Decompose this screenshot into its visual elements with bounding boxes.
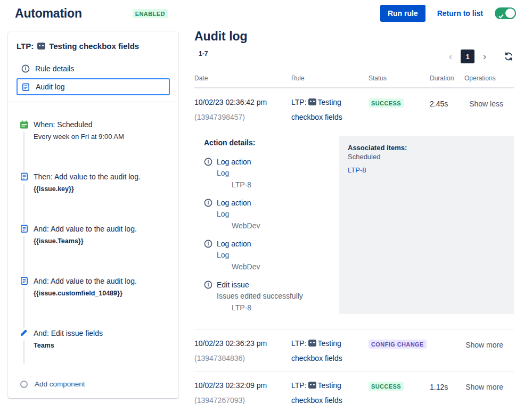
sidebar-item-rule-details[interactable]: Rule details xyxy=(17,60,170,77)
row-rule: LTP:Testing checkbox fields xyxy=(291,378,369,404)
component-title: And: Add value to the audit log. xyxy=(34,276,137,286)
component-then-audit-log[interactable]: Then: Add value to the audit log. {{issu… xyxy=(17,171,170,197)
audit-log-icon xyxy=(19,224,29,236)
component-trigger-scheduled[interactable]: When: Scheduled Every week on Fri at 9:0… xyxy=(17,119,170,145)
associated-items-panel: Associated items: Scheduled LTP-8 xyxy=(339,136,514,314)
show-more-button[interactable]: Show more xyxy=(464,378,514,404)
action-line: Log xyxy=(217,167,251,179)
column-operations: Operations xyxy=(464,75,514,82)
associated-issue-link[interactable]: LTP-8 xyxy=(348,166,505,174)
info-icon xyxy=(204,281,212,289)
rule-name: Testing checkbox fields xyxy=(49,42,139,51)
robot-icon xyxy=(308,382,316,389)
column-date: Date xyxy=(194,75,291,82)
status-badge: CONFIG CHANGE xyxy=(369,340,427,349)
pagination: ‹ 1 › xyxy=(444,50,514,63)
component-title: And: Edit issue fields xyxy=(34,328,103,339)
action-title: Log action xyxy=(217,156,251,167)
status-badge: SUCCESS xyxy=(369,382,404,391)
audit-table-header: Date Rule Status Duration Operations xyxy=(194,70,514,88)
page-title: Automation xyxy=(15,6,82,21)
topbar-actions: Run rule Return to list xyxy=(380,5,516,22)
component-subtitle: Teams xyxy=(34,341,103,350)
row-id: (13947384836) xyxy=(194,351,291,366)
audit-log-icon xyxy=(19,171,29,184)
show-less-button[interactable]: Show less xyxy=(464,95,514,125)
row-date: 10/02/23 02:36:42 pm xyxy=(194,95,291,110)
robot-icon xyxy=(308,98,316,105)
add-component-label: Add component xyxy=(35,380,85,388)
component-subtitle: {{issue.customfield_10489}} xyxy=(34,288,137,298)
audit-log-panel: Audit log 1-7 ‹ 1 › Date Rule Status Dur… xyxy=(194,29,514,404)
robot-icon xyxy=(37,43,45,50)
action-title: Edit issue xyxy=(217,279,303,290)
action-title: Log action xyxy=(217,197,260,208)
component-and-edit-issue[interactable]: And: Edit issue fields Teams xyxy=(17,328,170,353)
return-to-list-link[interactable]: Return to list xyxy=(437,9,483,18)
refresh-icon[interactable] xyxy=(503,51,514,62)
robot-icon xyxy=(308,340,316,347)
component-subtitle: {{issue.key}} xyxy=(34,184,141,194)
add-component-button[interactable]: Add component xyxy=(17,380,170,388)
audit-row: 10/02/23 02:32:09 pm (13947267093) LTP:T… xyxy=(194,371,514,404)
action-item: Edit issue Issues edited successfully LT… xyxy=(204,279,334,314)
rule-key: LTP: xyxy=(17,42,34,51)
rule-title: LTP: Testing checkbox fields xyxy=(17,42,170,51)
action-line: Log xyxy=(217,249,260,261)
audit-log-title: Audit log xyxy=(194,29,514,44)
divider xyxy=(8,102,178,102)
associated-items-heading: Associated items: xyxy=(348,144,505,152)
sidebar-item-label: Audit log xyxy=(36,83,64,91)
action-value: LTP-8 xyxy=(217,302,303,314)
enabled-badge: ENABLED xyxy=(133,9,168,18)
action-line: Log xyxy=(217,208,260,220)
row-date: 10/02/23 02:32:09 pm xyxy=(194,378,291,393)
row-duration xyxy=(430,336,464,366)
action-value: WebDev xyxy=(217,261,260,273)
audit-row: 10/02/23 02:36:23 pm (13947384836) LTP:T… xyxy=(194,329,514,371)
column-status: Status xyxy=(369,75,430,82)
current-page-button[interactable]: 1 xyxy=(461,50,474,63)
action-details-heading: Action details: xyxy=(204,138,334,147)
action-item: Log action Log WebDev xyxy=(204,238,334,273)
rule-sidebar: LTP: Testing checkbox fields Rule detail… xyxy=(8,32,178,398)
prev-page-button[interactable]: ‹ xyxy=(444,50,457,63)
component-and-audit-log[interactable]: And: Add value to the audit log. {{issue… xyxy=(17,276,170,301)
component-title: Then: Add value to the audit log. xyxy=(34,171,141,182)
row-rule: LTP:Testing checkbox fields xyxy=(291,95,369,125)
rule-component-chain: When: Scheduled Every week on Fri at 9:0… xyxy=(17,119,170,388)
sidebar-item-audit-log[interactable]: Audit log xyxy=(17,78,170,95)
action-title: Log action xyxy=(217,238,260,249)
rule-enabled-toggle[interactable] xyxy=(495,7,516,19)
status-badge: SUCCESS xyxy=(369,98,404,108)
calendar-icon xyxy=(19,119,29,132)
sidebar-item-label: Rule details xyxy=(35,64,74,73)
component-subtitle: Every week on Fri at 9:00 AM xyxy=(34,132,124,142)
add-component-circle-icon xyxy=(20,381,28,388)
action-line: Issues edited successfully xyxy=(217,290,303,302)
column-duration: Duration xyxy=(430,75,464,82)
action-item: Log action Log WebDev xyxy=(204,197,334,232)
show-more-button[interactable]: Show more xyxy=(464,336,514,366)
row-rule: LTP:Testing checkbox fields xyxy=(291,336,369,366)
associated-trigger: Scheduled xyxy=(348,153,505,161)
row-duration: 1.12s xyxy=(430,378,464,404)
column-rule: Rule xyxy=(291,75,369,82)
topbar: Automation ENABLED Run rule Return to li… xyxy=(0,0,532,27)
action-value: LTP-8 xyxy=(217,179,251,191)
component-and-audit-log[interactable]: And: Add value to the audit log. {{issue… xyxy=(17,224,170,249)
info-icon xyxy=(204,199,212,207)
row-duration: 2.45s xyxy=(430,95,464,125)
audit-log-icon xyxy=(21,83,30,92)
component-title: When: Scheduled xyxy=(34,119,124,130)
check-icon xyxy=(498,11,504,21)
audit-row: 10/02/23 02:36:42 pm (13947398457) LTP:T… xyxy=(194,88,514,130)
action-value: WebDev xyxy=(217,220,260,232)
info-icon xyxy=(204,158,212,166)
next-page-button[interactable]: › xyxy=(478,50,492,63)
audit-row-details: Action details: Log action Log LTP-8 xyxy=(194,135,514,320)
toggle-knob xyxy=(505,9,515,18)
row-id: (13947267093) xyxy=(194,393,291,404)
audit-log-icon xyxy=(19,276,29,288)
run-rule-button[interactable]: Run rule xyxy=(380,5,425,22)
